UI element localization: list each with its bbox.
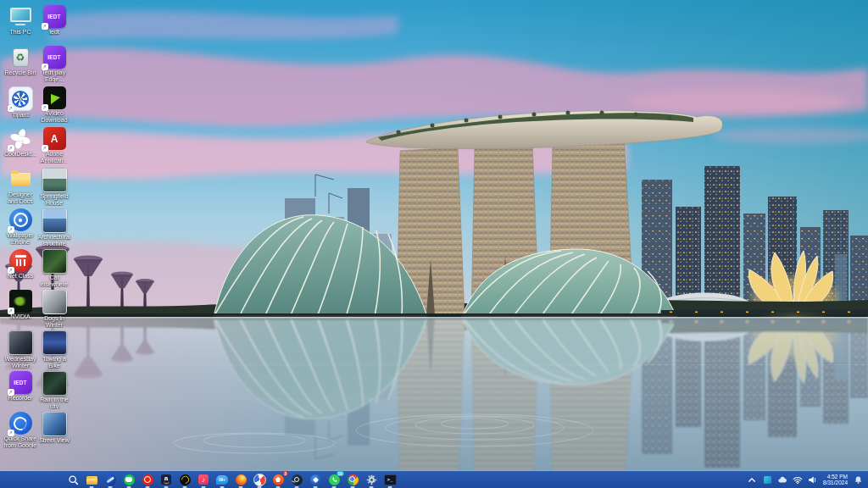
taskbar-start-button[interactable] bbox=[47, 471, 61, 488]
desktop-icon-cat-elsewhere[interactable]: Cat elsewhere bbox=[37, 249, 71, 290]
taskbar-game-ball-button[interactable] bbox=[253, 471, 266, 488]
running-indicator bbox=[90, 486, 94, 488]
icon-label: Wallpaper Engine bbox=[3, 232, 37, 245]
icon-label: Street View bbox=[37, 437, 71, 444]
icon-label: Iedt bbox=[37, 29, 71, 36]
notification-badge: 19 bbox=[337, 471, 344, 476]
taskbar-youtube-music-button[interactable] bbox=[141, 471, 154, 488]
shortcut-arrow-icon bbox=[8, 105, 14, 112]
wifi-icon[interactable] bbox=[793, 474, 803, 485]
shortcut-arrow-icon bbox=[8, 226, 14, 233]
taskbar-file-explorer-button[interactable] bbox=[85, 471, 98, 488]
icon-label: Cat elsewhere bbox=[37, 274, 71, 287]
taskbar-apple-music-button[interactable]: ♪ bbox=[197, 471, 210, 488]
shortcut-arrow-icon bbox=[8, 267, 14, 274]
recorder-icon: IEDT bbox=[9, 371, 32, 394]
desktop-icon-wednesday-winter[interactable]: Wednesday Winter bbox=[3, 330, 37, 371]
taskbar-search-button[interactable] bbox=[66, 471, 80, 488]
this-pc-icon bbox=[9, 5, 32, 28]
net-class-icon bbox=[9, 249, 32, 272]
shortcut-arrow-icon bbox=[42, 23, 48, 30]
taskbar-messenger-button[interactable]: 99+ bbox=[215, 471, 229, 488]
icon-label: Architectural structure bbox=[37, 234, 71, 247]
desktop-icon-cool-desk[interactable]: CoolDeskt... bbox=[3, 127, 37, 168]
taskbar-app-blue-round-button[interactable] bbox=[309, 471, 322, 488]
qq-music-icon bbox=[180, 474, 191, 485]
shortcut-arrow-icon bbox=[8, 308, 14, 314]
taskbar-line-messenger-button[interactable] bbox=[122, 471, 136, 488]
iedt-icon: IEDT bbox=[43, 5, 66, 28]
firefox-icon bbox=[236, 474, 247, 485]
running-indicator bbox=[164, 486, 169, 488]
system-tray: 4:52 PM 8/31/2024 bbox=[747, 471, 868, 488]
icon-label: Dogs in Winter bbox=[37, 315, 71, 328]
running-indicator bbox=[276, 486, 281, 488]
desktop-icon-adobe-acrobat[interactable]: AAdobe Applicati... bbox=[37, 127, 71, 168]
tipard-icon bbox=[8, 86, 33, 111]
desktop-icon-recorder[interactable]: IEDTRecorder bbox=[3, 371, 37, 412]
windows-desktop: This PCRecycle BinTipardCoolDeskt...Desi… bbox=[0, 0, 868, 488]
towing-a-bike-icon bbox=[42, 330, 67, 355]
shortcut-arrow-icon bbox=[8, 389, 14, 396]
springfield-house-icon bbox=[42, 168, 67, 192]
desktop-icon-towing-a-bike[interactable]: Towing a Bike bbox=[37, 330, 71, 371]
adobe-acrobat-icon: A bbox=[43, 127, 66, 150]
taskbar-clock[interactable]: 4:52 PM 8/31/2024 bbox=[823, 474, 848, 486]
architectural-structure-icon bbox=[42, 208, 67, 233]
taskbar-terminal-button[interactable]: >_ bbox=[383, 471, 397, 488]
desktop-icon-quick-share[interactable]: Quick Share from Google bbox=[3, 412, 37, 452]
hidden-icons-chevron-icon[interactable] bbox=[747, 474, 757, 485]
messenger-icon: 99+ bbox=[216, 475, 228, 485]
icon-label: Towing a Bike bbox=[37, 356, 71, 369]
4video-download-icon bbox=[43, 86, 66, 109]
desktop-icon-tipard[interactable]: Tipard bbox=[3, 86, 37, 127]
desktop-icon-this-pc[interactable]: This PC bbox=[3, 5, 37, 46]
desktop-icon-iedt[interactable]: IEDTIedt bbox=[37, 5, 71, 46]
desktop-icon-recycle-bin[interactable]: Recycle Bin bbox=[3, 46, 37, 86]
tray-app-teal-icon[interactable] bbox=[762, 474, 772, 485]
taskbar-qq-music-button[interactable] bbox=[178, 471, 192, 488]
taskbar-steam-button[interactable] bbox=[290, 471, 303, 488]
desktop-icon-wallpaper-engine[interactable]: Wallpaper Engine bbox=[3, 208, 37, 249]
notifications-bell-icon[interactable] bbox=[853, 474, 863, 485]
icon-label: NVIDIA bbox=[3, 313, 37, 320]
shortcut-arrow-icon bbox=[42, 145, 48, 152]
cool-desk-icon bbox=[9, 127, 32, 150]
running-indicator bbox=[314, 486, 318, 488]
icon-label: Net Class bbox=[3, 273, 37, 280]
settings-icon bbox=[365, 474, 377, 485]
running-indicator bbox=[220, 486, 225, 488]
volume-icon[interactable] bbox=[808, 474, 818, 485]
desktop-icon-designer-folder[interactable]: Designer and Docs bbox=[3, 168, 37, 208]
app-blue-globe-icon bbox=[105, 474, 116, 485]
running-indicator bbox=[239, 486, 243, 488]
dogs-in-winter-icon bbox=[42, 290, 67, 314]
desktop-icon-4video-download[interactable]: 4Video Download bbox=[37, 86, 71, 127]
desktop-icon-nvidia[interactable]: NVIDIA bbox=[3, 290, 37, 330]
desktop-icon-architectural-structure[interactable]: Architectural structure bbox=[37, 208, 71, 249]
desktop-icon-springfield-house[interactable]: Springfield House bbox=[37, 168, 71, 208]
amazon-icon: a bbox=[161, 474, 171, 485]
app-blue-round-icon bbox=[310, 474, 321, 485]
taskbar-amazon-button[interactable]: a bbox=[159, 471, 173, 488]
desktop-icon-street-view[interactable]: Street View bbox=[37, 412, 71, 452]
desktop-icon-dogs-in-winter[interactable]: Dogs in Winter bbox=[37, 290, 71, 330]
wednesday-winter-icon bbox=[8, 330, 33, 355]
street-view-icon bbox=[42, 412, 67, 436]
taskbar-settings-button[interactable] bbox=[364, 471, 378, 488]
cat-elsewhere-icon bbox=[42, 249, 67, 274]
desktop-icon-net-class[interactable]: Net Class bbox=[3, 249, 37, 290]
taskbar-chrome-button[interactable] bbox=[346, 471, 359, 488]
taskbar-firefox-button[interactable] bbox=[234, 471, 248, 488]
running-indicator bbox=[388, 486, 392, 488]
wallpaper-engine-icon bbox=[9, 208, 32, 231]
desktop-icon-iedt-play-edge[interactable]: IEDTIedt play Edge... bbox=[37, 46, 71, 86]
apple-music-icon: ♪ bbox=[198, 474, 209, 485]
taskbar-app-blue-globe-button[interactable] bbox=[103, 471, 117, 488]
line-messenger-icon bbox=[124, 474, 135, 485]
taskbar-brave-button[interactable]: 3 bbox=[271, 471, 285, 488]
taskbar-whatsapp-button[interactable]: 19 bbox=[327, 471, 341, 488]
taskbar: a♪99+319>_ bbox=[0, 471, 868, 488]
desktop-icon-rain-in-the-city[interactable]: Rain in the city bbox=[37, 371, 71, 412]
onedrive-cloud-icon[interactable] bbox=[777, 474, 787, 485]
